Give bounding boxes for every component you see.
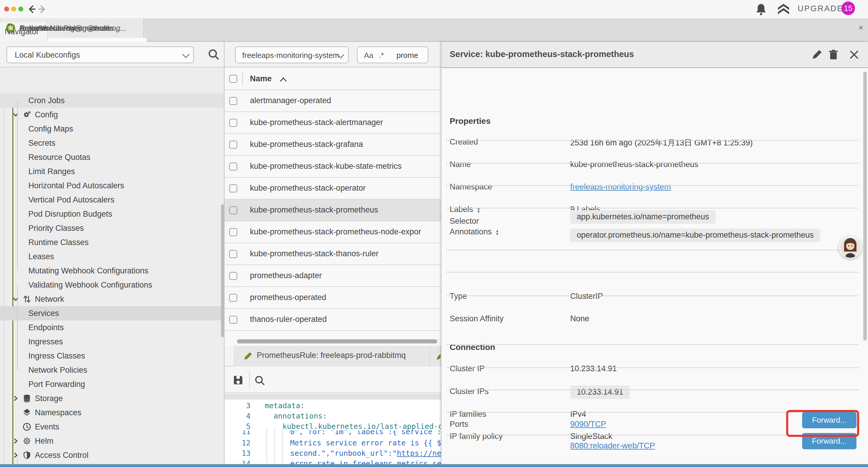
port-link[interactable]: 9090/TCP xyxy=(570,420,606,429)
code-text: annotations: xyxy=(274,412,327,420)
edit-pencil-icon[interactable] xyxy=(811,49,823,60)
property-label: Type xyxy=(450,292,467,301)
sidebar-item-mutating-webhook-configurations[interactable]: Mutating Webhook Configurations xyxy=(0,264,224,278)
sidebar-item-config[interactable]: Config xyxy=(0,108,224,122)
sidebar-item-access-control[interactable]: Access Control xyxy=(0,448,224,462)
row-checkbox[interactable] xyxy=(229,250,237,258)
editor-tab-prometheusrule[interactable]: PrometheusRule: freeleaps-prod-rabbitmq xyxy=(234,346,429,367)
sidebar-item-leases[interactable]: Leases xyxy=(0,250,224,264)
sidebar-search-icon[interactable] xyxy=(208,48,220,61)
selector-chip: app.kubernetes.io/name=prometheus xyxy=(570,210,716,224)
sidebar-item-runtime-classes[interactable]: Runtime Classes xyxy=(0,235,224,250)
sidebar-item-endpoints[interactable]: Endpoints xyxy=(0,320,224,334)
row-checkbox[interactable] xyxy=(229,97,237,105)
sidebar-item-vertical-pod-autoscalers[interactable]: Vertical Pod Autoscalers xyxy=(0,193,224,207)
row-checkbox[interactable] xyxy=(229,206,237,214)
notification-count-badge[interactable]: 15 xyxy=(841,1,855,15)
chevron-right-icon[interactable] xyxy=(12,451,20,459)
horizontal-scrollbar[interactable] xyxy=(237,339,437,344)
editor-tab-next[interactable] xyxy=(430,346,441,367)
sidebar-item-storage[interactable]: Storage xyxy=(0,391,224,406)
sidebar-item-cron-jobs[interactable]: Cron Jobs xyxy=(0,93,224,108)
row-checkbox[interactable] xyxy=(229,316,237,324)
regex-toggle[interactable]: .* xyxy=(379,51,384,60)
table-row[interactable]: kube-prometheus-stack-prometheus xyxy=(224,200,441,222)
minimize-window-button[interactable] xyxy=(11,6,16,11)
table-row[interactable]: thanos-ruler-operated xyxy=(224,309,441,331)
maximize-window-button[interactable] xyxy=(18,6,23,11)
table-row[interactable]: kube-prometheus-stack-grafana xyxy=(224,134,441,156)
row-checkbox[interactable] xyxy=(229,184,237,193)
sidebar-item-label: Secrets xyxy=(28,139,56,148)
upgrade-icon[interactable] xyxy=(777,3,790,16)
sidebar-item-namespaces[interactable]: Namespaces xyxy=(0,406,224,420)
table-row[interactable]: prometheus-adapter xyxy=(224,265,441,287)
save-icon[interactable] xyxy=(232,374,244,386)
editor-tab-bar: PrometheusRule: freeleaps-prod-rabbitmq xyxy=(224,346,441,367)
upgrade-label[interactable]: UPGRADE xyxy=(798,4,843,13)
match-case-toggle[interactable]: Aa xyxy=(364,51,373,60)
table-row[interactable]: kube-prometheus-stack-prometheus-node-ex… xyxy=(224,222,441,243)
table-row[interactable]: kube-prometheus-stack-kube-state-metrics xyxy=(224,156,441,178)
avatar[interactable] xyxy=(839,236,862,259)
sidebar-item-resource-quotas[interactable]: Resource Quotas xyxy=(0,150,224,164)
sidebar-item-services[interactable]: Services xyxy=(0,306,224,320)
sidebar-scrollbar[interactable] xyxy=(221,204,224,337)
tree-child-guide-line xyxy=(17,455,18,465)
table-row[interactable]: prometheus-operated xyxy=(224,287,441,309)
sidebar-item-horizontal-pod-autoscalers[interactable]: Horizontal Pod Autoscalers xyxy=(0,178,224,193)
line-number: 4 xyxy=(224,412,251,420)
close-window-button[interactable] xyxy=(4,6,9,11)
code-link[interactable]: https://netw xyxy=(397,449,441,458)
sidebar-item-validating-webhook-configurations[interactable]: Validating Webhook Configurations xyxy=(0,278,224,292)
sidebar-item-ingress-classes[interactable]: Ingress Classes xyxy=(0,349,224,363)
sidebar-item-ingresses[interactable]: Ingresses xyxy=(0,334,224,349)
property-label: Cluster IPs xyxy=(450,387,489,396)
table-row[interactable]: kube-prometheus-stack-alertmanager xyxy=(224,112,441,134)
sidebar-item-network-policies[interactable]: Network Policies xyxy=(0,363,224,377)
sidebar-item-secrets[interactable]: Secrets xyxy=(0,136,224,150)
row-checkbox[interactable] xyxy=(229,163,237,171)
row-checkbox[interactable] xyxy=(229,141,237,149)
detail-panel-scrollbar[interactable] xyxy=(863,71,867,341)
select-all-checkbox[interactable] xyxy=(229,75,237,83)
row-checkbox[interactable] xyxy=(229,228,237,236)
sidebar-item-pod-disruption-budgets[interactable]: Pod Disruption Budgets xyxy=(0,207,224,221)
sidebar-item-config-maps[interactable]: Config Maps xyxy=(0,122,224,136)
chevron-right-icon[interactable] xyxy=(12,395,20,402)
table-row[interactable]: kube-prometheus-stack-thanos-ruler xyxy=(224,243,441,265)
yaml-editor[interactable]: 3metadata:4annotations:5kubectl.kubernet… xyxy=(224,400,441,465)
service-name: kube-prometheus-stack-prometheus-node-ex… xyxy=(250,227,421,236)
editor-search-icon[interactable] xyxy=(254,375,265,386)
property-label: Labels▲▼ xyxy=(450,205,480,214)
namespace-link[interactable]: freeleaps-monitoring-system xyxy=(570,182,671,192)
sidebar-item-helm[interactable]: Helm xyxy=(0,434,224,448)
chevron-right-icon[interactable] xyxy=(12,437,20,445)
notifications-bell-icon[interactable] xyxy=(755,3,767,16)
row-checkbox[interactable] xyxy=(229,119,237,127)
back-arrow-icon[interactable] xyxy=(27,4,37,14)
kubeconfig-selector[interactable]: Local Kubeconfigs xyxy=(6,47,194,63)
sidebar-item-network[interactable]: Network xyxy=(0,292,224,306)
sort-updown-icon[interactable]: ▲▼ xyxy=(495,229,499,236)
forward-arrow-icon[interactable] xyxy=(37,4,47,14)
port-link[interactable]: 8080:reloader-web/TCP xyxy=(570,441,655,450)
sidebar-item-port-forwarding[interactable]: Port Forwarding xyxy=(0,377,224,391)
namespace-selector[interactable]: freeleaps-monitoring-system xyxy=(235,47,349,63)
sidebar-item-limit-ranges[interactable]: Limit Ranges xyxy=(0,164,224,178)
table-row[interactable]: alertmanager-operated xyxy=(224,90,441,112)
clock-icon xyxy=(23,422,31,431)
sidebar-item-events[interactable]: Events xyxy=(0,420,224,434)
line-number: 5 xyxy=(224,422,251,431)
table-row[interactable]: kube-prometheus-stack-operator xyxy=(224,178,441,200)
search-input[interactable]: Aa .* prome xyxy=(357,47,428,63)
property-label: Name xyxy=(450,160,471,169)
chevron-down-icon[interactable] xyxy=(12,295,20,303)
name-column-header[interactable]: Name xyxy=(250,74,272,83)
row-checkbox[interactable] xyxy=(229,294,237,302)
close-panel-icon[interactable] xyxy=(848,49,860,60)
chevron-down-icon[interactable] xyxy=(12,111,20,119)
sidebar-item-priority-classes[interactable]: Priority Classes xyxy=(0,221,224,235)
delete-trash-icon[interactable] xyxy=(828,49,839,60)
row-checkbox[interactable] xyxy=(229,272,237,280)
